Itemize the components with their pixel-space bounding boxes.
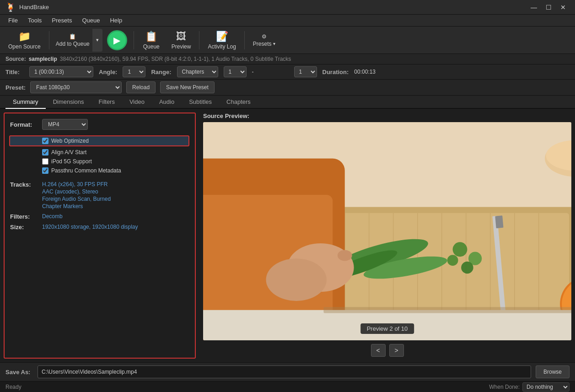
- preset-select-wrap: Fast 1080p30: [30, 81, 122, 93]
- align-av-row: Align A/V Start: [10, 149, 189, 156]
- title-label: Title:: [5, 69, 24, 75]
- range-select[interactable]: Chapters: [177, 66, 218, 77]
- tracks-label: Tracks:: [10, 181, 38, 209]
- chapter-start-select[interactable]: 1: [224, 66, 247, 77]
- preview-badge: Preview 2 of 10: [360, 323, 414, 334]
- open-source-button[interactable]: 📁 Open Source: [4, 29, 45, 52]
- open-source-label: Open Source: [8, 43, 41, 50]
- menu-tools[interactable]: Tools: [23, 16, 46, 25]
- source-info: 3840x2160 (3840x2160), 59.94 FPS, SDR (8…: [60, 56, 291, 62]
- ipod-checkbox[interactable]: [42, 158, 48, 165]
- preview-next-button[interactable]: >: [389, 344, 404, 357]
- save-as-bar: Save As: Browse: [0, 362, 575, 381]
- tab-subtitles[interactable]: Subtitles: [182, 96, 219, 109]
- filters-label: Filters:: [10, 213, 38, 220]
- activity-log-button[interactable]: 📝 Activity Log: [203, 29, 240, 52]
- preview-image: [203, 122, 571, 340]
- size-value: 1920x1080 storage, 1920x1080 display: [42, 224, 138, 231]
- source-preview-label: Source Preview:: [203, 113, 571, 119]
- summary-panel: Format: MP4 MKV Web Optimized Align A/V …: [4, 113, 196, 359]
- source-bar: Source: sampleclip 3840x2160 (3840x2160)…: [0, 54, 575, 64]
- track-4: Chapter Markers: [42, 203, 111, 209]
- preview-prev-button[interactable]: <: [371, 344, 386, 357]
- tracks-values: H.264 (x264), 30 FPS PFR AAC (avcodec), …: [42, 181, 111, 209]
- play-icon: ▶: [113, 35, 120, 46]
- toolbar-separator-2: [134, 31, 134, 49]
- presets-dropdown-arrow: ▾: [273, 41, 275, 46]
- size-label: Size:: [10, 224, 38, 231]
- passthru-row: Passthru Common Metadata: [10, 167, 189, 174]
- passthru-checkbox[interactable]: [42, 167, 48, 174]
- angle-select[interactable]: 1: [123, 66, 145, 77]
- close-button[interactable]: ✕: [557, 2, 570, 12]
- toolbar: 📁 Open Source 📋 Add to Queue ▾ ▶ 📋 Queue…: [0, 27, 575, 54]
- when-done-select[interactable]: Do nothing Shutdown Sleep: [522, 382, 570, 392]
- title-bar: 🍹 HandBrake — ☐ ✕: [0, 0, 575, 15]
- passthru-label: Passthru Common Metadata: [51, 167, 121, 174]
- save-as-label: Save As:: [5, 369, 33, 376]
- maximize-button[interactable]: ☐: [542, 2, 555, 12]
- track-1: H.264 (x264), 30 FPS PFR: [42, 181, 111, 188]
- menu-presets[interactable]: Presets: [47, 16, 76, 25]
- presets-label: Presets: [253, 41, 272, 47]
- queue-button[interactable]: 📋 Queue: [138, 29, 165, 52]
- tab-dimensions[interactable]: Dimensions: [46, 96, 91, 109]
- menu-queue[interactable]: Queue: [77, 16, 104, 25]
- title-select[interactable]: 1 (00:00:13): [29, 66, 93, 77]
- status-text: Ready: [5, 384, 21, 390]
- app-title: HandBrake: [19, 4, 524, 11]
- preview-icon: 🖼: [176, 31, 186, 43]
- when-done-wrap: When Done: Do nothing Shutdown Sleep: [489, 382, 570, 392]
- queue-add-icon: 📋: [69, 33, 76, 40]
- toolbar-separator-1: [49, 31, 49, 49]
- source-filename: sampleclip: [29, 56, 57, 62]
- menu-file[interactable]: File: [4, 16, 22, 25]
- menu-bar: File Tools Presets Queue Help: [0, 15, 575, 27]
- tab-chapters[interactable]: Chapters: [219, 96, 258, 109]
- menu-help[interactable]: Help: [105, 16, 127, 25]
- duration-value: 00:00:13: [354, 69, 391, 75]
- add-queue-dropdown-button[interactable]: ▾: [92, 29, 102, 52]
- source-label: Source:: [5, 56, 26, 62]
- preset-select[interactable]: Fast 1080p30: [30, 81, 122, 93]
- tab-video[interactable]: Video: [122, 96, 152, 109]
- web-optimized-checkbox[interactable]: [42, 138, 48, 144]
- save-as-input[interactable]: [38, 365, 531, 378]
- presets-button[interactable]: ⚙ Presets ▾: [248, 29, 280, 52]
- svg-point-19: [447, 255, 458, 266]
- tab-filters[interactable]: Filters: [91, 96, 122, 109]
- main-content: Format: MP4 MKV Web Optimized Align A/V …: [0, 109, 575, 362]
- controls-row: Title: 1 (00:00:13) Angle: 1 Range: Chap…: [0, 64, 575, 80]
- format-label: Format:: [10, 121, 38, 128]
- tracks-row: Tracks: H.264 (x264), 30 FPS PFR AAC (av…: [10, 181, 189, 209]
- duration-label: Duration:: [322, 69, 349, 75]
- save-new-preset-button[interactable]: Save New Preset: [160, 81, 215, 93]
- reload-button[interactable]: Reload: [126, 81, 156, 93]
- add-to-queue-label: Add to Queue: [56, 41, 90, 47]
- folder-icon: 📁: [18, 31, 31, 43]
- add-to-queue-button[interactable]: 📋 Add to Queue: [53, 29, 92, 52]
- toolbar-separator-4: [244, 31, 245, 49]
- activity-log-label: Activity Log: [208, 43, 236, 50]
- chapter-end-select[interactable]: 1: [294, 66, 317, 77]
- start-encode-button[interactable]: ▶: [107, 30, 127, 50]
- ipod-label: iPod 5G Support: [51, 158, 92, 165]
- format-row: Format: MP4 MKV: [10, 119, 189, 130]
- preview-button[interactable]: 🖼 Preview: [167, 29, 196, 52]
- format-select[interactable]: MP4 MKV: [42, 119, 88, 130]
- svg-point-16: [453, 242, 468, 257]
- tab-audio[interactable]: Audio: [152, 96, 182, 109]
- angle-label: Angle:: [99, 69, 117, 75]
- toolbar-separator-3: [199, 31, 199, 49]
- web-optimized-label: Web Optimized: [51, 138, 89, 144]
- browse-button[interactable]: Browse: [536, 365, 570, 378]
- preview-label: Preview: [172, 43, 191, 50]
- presets-icon: ⚙: [262, 33, 267, 40]
- align-av-checkbox[interactable]: [42, 149, 48, 156]
- minimize-button[interactable]: —: [527, 2, 540, 12]
- right-panel: Source Preview:: [199, 109, 575, 362]
- tab-summary[interactable]: Summary: [5, 96, 46, 109]
- ipod-row: iPod 5G Support: [10, 158, 189, 165]
- filters-row: Filters: Decomb: [10, 213, 189, 220]
- track-2: AAC (avcodec), Stereo: [42, 188, 111, 195]
